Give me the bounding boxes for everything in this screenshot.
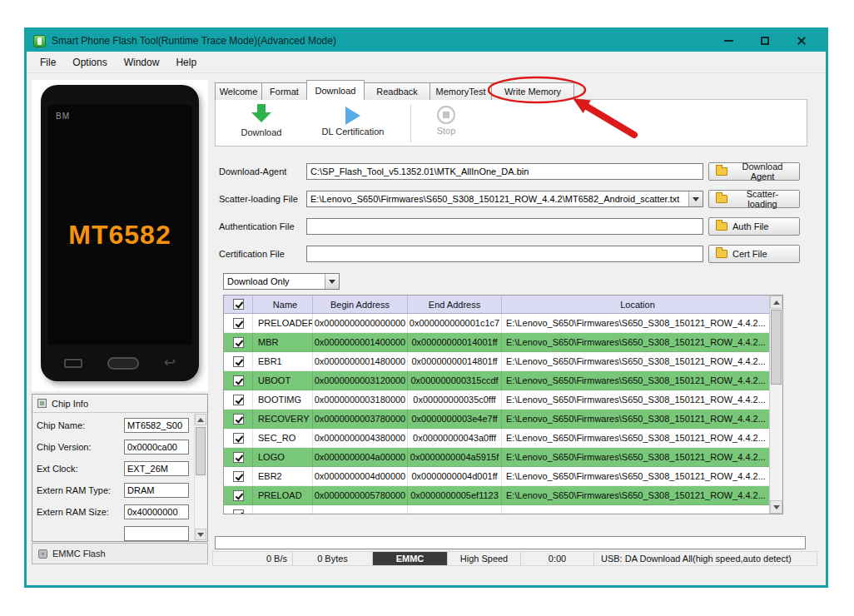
cert-file-label: Certification File xyxy=(219,249,285,259)
table-row-partial[interactable] xyxy=(224,505,769,514)
emmc-flash-icon xyxy=(38,549,47,559)
begin-address: 0x0000000001400000 xyxy=(313,333,408,351)
row-checkbox[interactable] xyxy=(233,509,244,514)
auth-file-input[interactable] xyxy=(306,218,703,235)
ext-clock-input[interactable] xyxy=(124,461,189,476)
tab-readback[interactable]: Readback xyxy=(364,82,430,100)
menu-options[interactable]: Options xyxy=(64,53,115,72)
status-time: 0:00 xyxy=(521,552,594,565)
tab-download[interactable]: Download xyxy=(306,80,365,100)
tab-strip: Welcome Format Download Readback MemoryT… xyxy=(215,79,573,100)
table-row[interactable]: MBR0x00000000014000000x00000000014001ffE… xyxy=(224,333,769,352)
combo-dropdown-button[interactable] xyxy=(325,274,339,289)
window-title: Smart Phone Flash Tool(Runtime Trace Mod… xyxy=(52,35,336,47)
phone-back-icon: ↩ xyxy=(164,357,176,369)
row-checkbox[interactable] xyxy=(233,471,244,482)
scrollbar-thumb[interactable] xyxy=(196,427,206,475)
minimize-button[interactable] xyxy=(722,35,734,47)
row-checkbox-cell xyxy=(224,486,253,504)
auth-file-button[interactable]: Auth File xyxy=(708,217,800,236)
table-row[interactable]: EBR10x00000000014800000x00000000014801ff… xyxy=(224,352,769,371)
folder-icon xyxy=(716,195,727,203)
status-bar: 0 B/s 0 Bytes EMMC High Speed 0:00 USB: … xyxy=(212,551,817,566)
table-row[interactable]: PRELOADER0x00000000000000000x00000000000… xyxy=(224,314,769,333)
chip-name-input[interactable] xyxy=(124,418,189,433)
scatter-file-combobox[interactable] xyxy=(306,191,703,207)
chip-version-input[interactable] xyxy=(124,440,189,455)
download-agent-button[interactable]: Download Agent xyxy=(708,162,800,181)
menu-help[interactable]: Help xyxy=(167,53,205,72)
chip-field-row: Chip Version: xyxy=(37,436,189,458)
chip-field-row-partial xyxy=(37,523,189,542)
close-button[interactable] xyxy=(796,35,807,47)
cert-file-button[interactable]: Cert File xyxy=(708,245,800,263)
scatter-file-input[interactable] xyxy=(307,191,688,206)
table-row[interactable]: SEC_RO0x00000000043800000x00000000043a0f… xyxy=(224,429,769,448)
row-checkbox[interactable] xyxy=(233,395,244,405)
table-row[interactable]: BOOTIMG0x00000000031800000x00000000035c0… xyxy=(224,390,769,410)
download-button[interactable]: Download xyxy=(224,104,299,137)
file-location: E:\Lenovo_S650\Firmwares\S650_S308_15012… xyxy=(502,410,769,428)
end-address: 0x00000000014801ff xyxy=(408,352,502,370)
begin-address: 0x0000000000000000 xyxy=(313,314,408,332)
chip-info-scrollbar[interactable] xyxy=(194,414,206,540)
tab-write-memory[interactable]: Write Memory xyxy=(491,82,574,100)
tab-memorytest[interactable]: MemoryTest xyxy=(429,82,492,100)
table-row[interactable]: EBR20x0000000004d000000x0000000004d001ff… xyxy=(224,467,769,486)
chevron-down-icon xyxy=(693,197,699,201)
row-checkbox[interactable] xyxy=(233,490,244,501)
download-mode-value[interactable] xyxy=(224,274,325,289)
maximize-button[interactable] xyxy=(759,35,771,47)
table-row[interactable]: UBOOT0x00000000031200000x000000000315ccd… xyxy=(224,371,769,390)
chip-field-row: Chip Name: xyxy=(37,415,189,436)
chip-version-label: Chip Version: xyxy=(37,442,124,452)
toolbar: Download DL Certification Stop xyxy=(215,99,807,147)
combo-dropdown-button[interactable] xyxy=(688,191,703,206)
table-row[interactable]: RECOVERY0x00000000037800000x0000000003e4… xyxy=(224,410,769,429)
ram-type-input[interactable] xyxy=(124,483,189,498)
ram-size-label: Extern RAM Size: xyxy=(37,507,124,517)
scroll-up-icon[interactable] xyxy=(195,414,206,425)
menu-window[interactable]: Window xyxy=(116,53,168,72)
select-all-checkbox[interactable] xyxy=(233,299,244,310)
download-agent-label: Download-Agent xyxy=(219,166,286,176)
menu-file[interactable]: File xyxy=(32,53,64,72)
partition-name: EBR2 xyxy=(253,467,313,485)
row-checkbox[interactable] xyxy=(233,318,244,329)
scatter-loading-button[interactable]: Scatter-loading xyxy=(708,190,800,208)
partition-name: PRELOAD xyxy=(253,486,313,504)
partition-name: SEC_RO xyxy=(253,429,313,447)
scroll-up-icon[interactable] xyxy=(770,296,782,309)
row-checkbox-cell xyxy=(224,429,253,447)
chip-icon xyxy=(37,399,47,408)
tab-welcome[interactable]: Welcome xyxy=(215,82,262,100)
dl-certification-button[interactable]: DL Certification xyxy=(315,104,390,137)
stop-button[interactable]: Stop xyxy=(413,104,479,136)
emmc-flash-section[interactable]: EMMC Flash xyxy=(32,543,208,564)
table-row[interactable]: LOGO0x0000000004a000000x0000000004a5915f… xyxy=(224,448,769,467)
row-checkbox[interactable] xyxy=(233,414,244,425)
scrollbar-thumb[interactable] xyxy=(771,310,782,385)
header-name: Name xyxy=(253,296,313,313)
ram-size-input[interactable] xyxy=(124,504,189,519)
dl-certification-label: DL Certification xyxy=(315,127,390,137)
scroll-down-icon[interactable] xyxy=(770,500,782,514)
row-checkbox[interactable] xyxy=(233,452,244,463)
phone-nav-bar: ↩ xyxy=(41,355,199,371)
download-agent-input[interactable] xyxy=(306,163,703,180)
table-row[interactable]: PRELOAD0x00000000057800000x0000000005ef1… xyxy=(224,486,769,505)
row-checkbox[interactable] xyxy=(233,356,244,367)
minimize-icon xyxy=(724,40,733,42)
file-location: E:\Lenovo_S650\Firmwares\S650_S308_15012… xyxy=(502,390,769,409)
folder-icon xyxy=(716,250,727,258)
begin-address: 0x0000000004380000 xyxy=(313,429,408,447)
row-checkbox[interactable] xyxy=(233,375,244,386)
chip-extra-input[interactable] xyxy=(124,526,189,541)
table-scrollbar[interactable] xyxy=(769,296,782,514)
tab-format[interactable]: Format xyxy=(261,82,307,100)
row-checkbox[interactable] xyxy=(233,433,244,444)
row-checkbox[interactable] xyxy=(233,337,244,348)
download-mode-select[interactable] xyxy=(223,273,340,290)
cert-file-input[interactable] xyxy=(306,246,703,262)
scroll-down-icon[interactable] xyxy=(195,529,206,540)
